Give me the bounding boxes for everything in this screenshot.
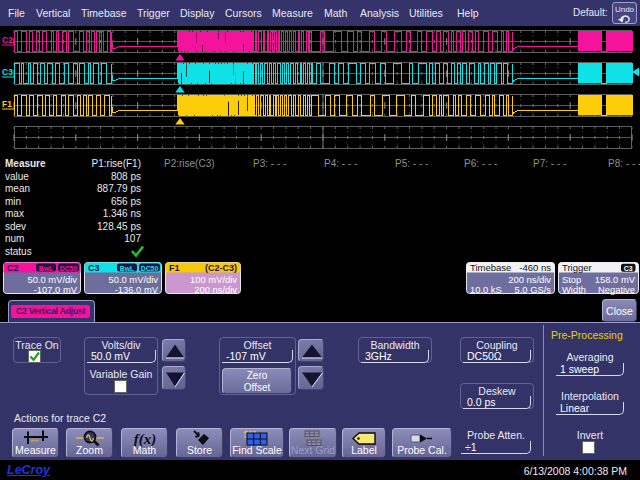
svg-text:F1: F1 [2, 99, 12, 109]
svg-text:DC50: DC50 [60, 265, 78, 272]
svg-text:P7: - - -: P7: - - - [533, 158, 566, 169]
svg-text:BwL: BwL [39, 265, 53, 272]
svg-text:107: 107 [124, 233, 141, 244]
svg-text:C2: C2 [7, 263, 19, 273]
svg-text:Measure: Measure [5, 158, 46, 169]
svg-text:sdev: sdev [5, 221, 26, 232]
svg-text:Negative: Negative [598, 284, 635, 295]
svg-text:Trigger: Trigger [562, 262, 592, 273]
svg-text:max: max [5, 208, 24, 219]
svg-text:mean: mean [5, 183, 30, 194]
svg-text:F1: F1 [169, 263, 180, 273]
svg-text:P5: - - -: P5: - - - [395, 158, 428, 169]
svg-text:DC50: DC50 [141, 265, 159, 272]
svg-text:200 ns/div: 200 ns/div [194, 284, 237, 295]
svg-text:128.45 ps: 128.45 ps [97, 221, 141, 232]
svg-text:P3: - - -: P3: - - - [253, 158, 286, 169]
svg-text:656 ps: 656 ps [111, 196, 141, 207]
svg-text:(C2-C3): (C2-C3) [205, 263, 237, 273]
svg-text:Width: Width [562, 284, 586, 295]
svg-text:P4: - - -: P4: - - - [324, 158, 357, 169]
svg-text:C3: C3 [88, 263, 100, 273]
svg-text:P8: - - -: P8: - - - [608, 158, 640, 169]
svg-text:5.0 GS/s: 5.0 GS/s [515, 284, 552, 295]
svg-text:status: status [5, 246, 32, 257]
svg-text:-107.0 mV: -107.0 mV [34, 284, 78, 295]
svg-text:value: value [5, 171, 29, 182]
svg-text:num: num [5, 233, 24, 244]
svg-text:887.79 ps: 887.79 ps [97, 183, 141, 194]
svg-text:10.0 kS: 10.0 kS [470, 284, 502, 295]
svg-text:P2:rise(C3): P2:rise(C3) [164, 158, 215, 169]
svg-text:C3: C3 [2, 67, 13, 77]
svg-text:BwL: BwL [120, 265, 134, 272]
svg-text:Timebase: Timebase [470, 262, 511, 273]
svg-text:P6: - - -: P6: - - - [464, 158, 497, 169]
svg-text:C2: C2 [2, 35, 13, 45]
svg-text:-136.0 mV: -136.0 mV [115, 284, 159, 295]
svg-text:-460 ns: -460 ns [519, 262, 551, 273]
svg-text:C3: C3 [624, 265, 633, 272]
svg-text:P1:rise(F1): P1:rise(F1) [92, 158, 141, 169]
svg-text:808 ps: 808 ps [111, 171, 141, 182]
svg-text:min: min [5, 196, 21, 207]
svg-text:1.346 ns: 1.346 ns [103, 208, 141, 219]
